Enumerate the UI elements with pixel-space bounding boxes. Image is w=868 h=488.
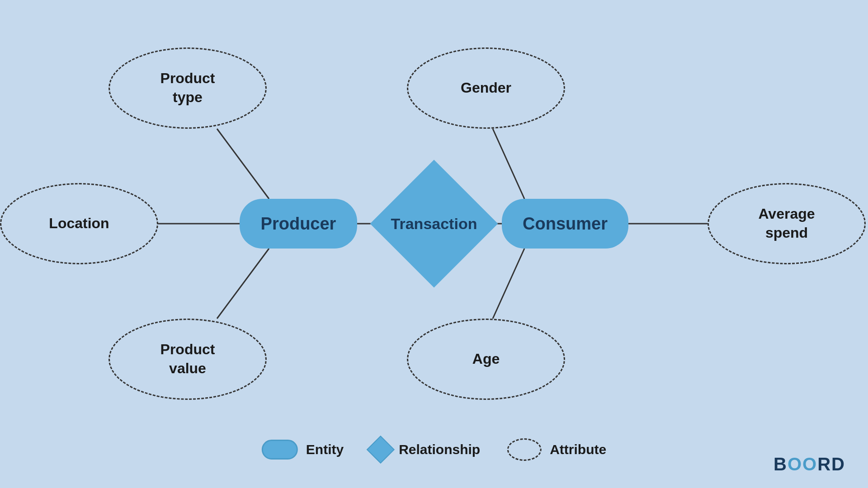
age-attribute: Age bbox=[407, 319, 565, 400]
legend-relationship-label: Relationship bbox=[399, 442, 480, 457]
product-value-label: Productvalue bbox=[160, 340, 215, 378]
product-type-label: Producttype bbox=[160, 69, 215, 107]
legend-attribute-shape bbox=[507, 438, 542, 461]
consumer-entity: Consumer bbox=[502, 199, 628, 249]
legend-relationship: Relationship bbox=[371, 440, 480, 460]
product-type-attribute: Producttype bbox=[108, 47, 267, 129]
svg-line-4 bbox=[217, 249, 269, 319]
board-logo-o: O bbox=[788, 454, 802, 474]
location-label: Location bbox=[49, 214, 109, 233]
gender-label: Gender bbox=[461, 79, 511, 98]
svg-line-5 bbox=[493, 129, 524, 199]
board-logo: BOORD bbox=[774, 454, 845, 474]
producer-label: Producer bbox=[261, 214, 336, 234]
legend-attribute: Attribute bbox=[507, 438, 606, 461]
transaction-relationship: Trans­ac­tion bbox=[389, 178, 479, 269]
gender-attribute: Gender bbox=[407, 47, 565, 129]
diagram-container: Producer Consumer Trans­ac­tion Productt… bbox=[0, 0, 868, 488]
product-value-attribute: Productvalue bbox=[108, 319, 267, 400]
location-attribute: Location bbox=[0, 183, 158, 264]
consumer-label: Consumer bbox=[523, 214, 608, 234]
legend-attribute-label: Attribute bbox=[550, 442, 606, 457]
legend-entity: Entity bbox=[262, 440, 344, 460]
board-logo-o2: O bbox=[802, 454, 817, 474]
legend: Entity Relationship Attribute bbox=[262, 438, 606, 461]
legend-entity-shape bbox=[262, 440, 298, 460]
legend-entity-label: Entity bbox=[306, 442, 344, 457]
legend-relationship-shape bbox=[367, 436, 395, 464]
svg-line-2 bbox=[217, 129, 269, 199]
average-spend-attribute: Averagespend bbox=[708, 183, 866, 264]
svg-line-7 bbox=[493, 249, 524, 319]
age-label: Age bbox=[472, 350, 500, 369]
transaction-label: Trans­ac­tion bbox=[391, 215, 477, 233]
producer-entity: Producer bbox=[240, 199, 357, 249]
average-spend-label: Averagespend bbox=[758, 205, 815, 242]
